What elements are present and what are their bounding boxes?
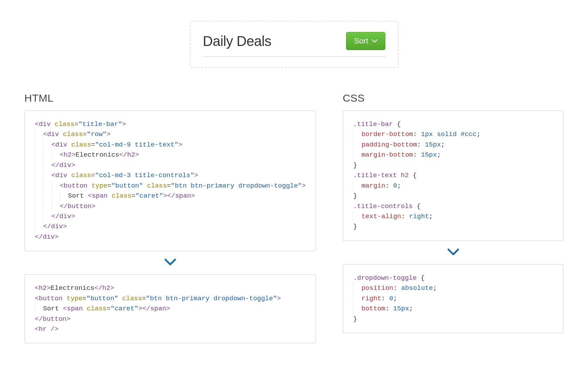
chevron-down-icon bbox=[372, 39, 377, 43]
sort-button-label: Sort bbox=[354, 37, 368, 46]
html-column: HTML <div class="title-bar"> <div class=… bbox=[24, 92, 316, 350]
content-columns: HTML <div class="title-bar"> <div class=… bbox=[24, 92, 564, 350]
html-code-top: <div class="title-bar"> <div class="row"… bbox=[24, 110, 316, 251]
arrow-down-icon bbox=[24, 258, 316, 268]
arrow-down-icon bbox=[343, 248, 564, 258]
preview-box: Daily Deals Sort bbox=[190, 21, 399, 68]
html-column-header: HTML bbox=[24, 92, 316, 104]
css-column-header: CSS bbox=[343, 92, 564, 104]
preview-title: Daily Deals bbox=[203, 33, 272, 49]
css-code-bottom: .dropdown-toggle { position: absolute; r… bbox=[343, 264, 564, 333]
html-code-bottom: <h2>Electronics</h2> <button type="butto… bbox=[24, 274, 316, 343]
css-column: CSS .title-bar { border-bottom: 1px soli… bbox=[343, 92, 564, 350]
preview-title-bar: Daily Deals Sort bbox=[203, 32, 385, 57]
css-code-top: .title-bar { border-bottom: 1px solid #c… bbox=[343, 110, 564, 241]
sort-button[interactable]: Sort bbox=[346, 32, 385, 50]
